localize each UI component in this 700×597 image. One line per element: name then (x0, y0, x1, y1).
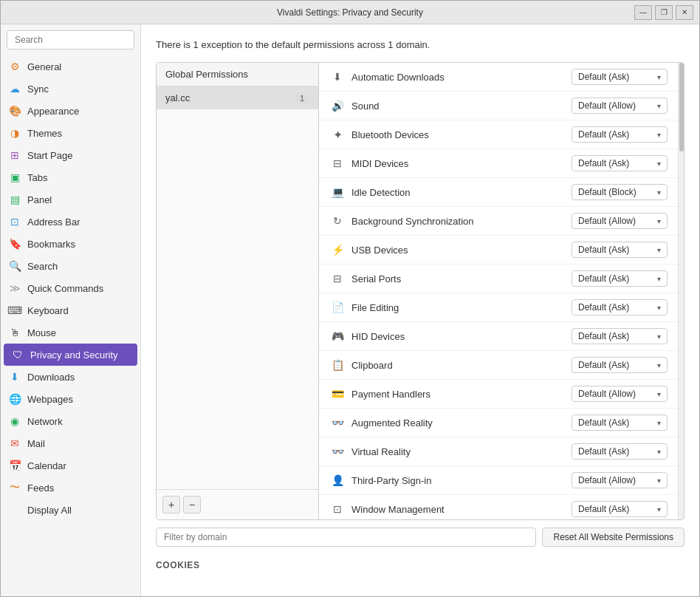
sidebar-item-downloads[interactable]: ⬇ Downloads (1, 366, 140, 388)
search-input[interactable] (7, 30, 134, 50)
perm-dropdown-idle-detection[interactable]: Default (Block) ▾ (572, 184, 668, 200)
perm-row-window-mgmt: ⊡ Window Management Default (Ask) ▾ (319, 495, 678, 519)
domain-list-header: Global Permissions (157, 63, 318, 86)
perm-dropdown-payment[interactable]: Default (Allow) ▾ (572, 386, 668, 402)
sidebar-item-panel[interactable]: ▤ Panel (1, 188, 140, 211)
perm-label-midi: MIDI Devices (351, 158, 572, 169)
sidebar-item-label: General (27, 61, 61, 72)
perm-row-hid: 🎮 HID Devices Default (Ask) ▾ (319, 322, 678, 351)
sidebar-item-sync[interactable]: ☁ Sync (1, 78, 140, 100)
perm-dropdown-clipboard[interactable]: Default (Ask) ▾ (572, 357, 668, 373)
sidebar-item-keyboard[interactable]: ⌨ Keyboard (1, 299, 140, 321)
ar-icon: 👓 (329, 417, 346, 429)
reset-permissions-button[interactable]: Reset All Website Permissions (542, 528, 684, 547)
perm-dropdown-bluetooth[interactable]: Default (Ask) ▾ (572, 126, 668, 143)
dropdown-arrow: ▾ (657, 477, 661, 485)
sidebar-item-label: Webpages (27, 394, 73, 405)
sidebar-item-webpages[interactable]: 🌐 Webpages (1, 388, 140, 410)
perm-row-ar: 👓 Augmented Reality Default (Ask) ▾ (319, 409, 678, 437)
perm-label-idle-detection: Idle Detection (351, 187, 572, 198)
perm-row-bluetooth: ✦ Bluetooth Devices Default (Ask) ▾ (319, 120, 678, 149)
dropdown-arrow: ▾ (657, 73, 661, 81)
dropdown-arrow: ▾ (657, 160, 661, 168)
perm-dropdown-midi[interactable]: Default (Ask) ▾ (572, 155, 668, 171)
sidebar-item-bookmarks[interactable]: 🔖 Bookmarks (1, 233, 140, 255)
address-bar-icon: ⊡ (8, 215, 21, 228)
sidebar-item-mouse[interactable]: 🖱 Mouse (1, 321, 140, 344)
quick-commands-icon: ≫ (8, 282, 21, 295)
sidebar-item-tabs[interactable]: ▣ Tabs (1, 166, 140, 188)
webpages-icon: 🌐 (8, 392, 21, 406)
permissions-panel: Global Permissions yal.cc 1 + − ⬇ (156, 62, 684, 520)
perm-dropdown-window-mgmt[interactable]: Default (Ask) ▾ (572, 501, 668, 517)
sidebar-item-label: Bookmarks (27, 239, 75, 250)
perm-dropdown-file-editing[interactable]: Default (Ask) ▾ (572, 299, 668, 315)
file-editing-icon: 📄 (329, 301, 346, 313)
display-all-icon (8, 503, 21, 516)
perm-dropdown-third-party-signin[interactable]: Default (Allow) ▾ (572, 472, 668, 488)
perm-dropdown-background-sync[interactable]: Default (Allow) ▾ (572, 213, 668, 229)
perm-dropdown-vr[interactable]: Default (Ask) ▾ (572, 443, 668, 460)
perm-dropdown-sound[interactable]: Default (Allow) ▾ (572, 98, 668, 114)
perm-label-third-party-signin: Third-Party Sign-in (351, 475, 572, 486)
sidebar-item-calendar[interactable]: 📅 Calendar (1, 454, 140, 477)
sidebar-item-label: Network (27, 416, 63, 427)
scrollbar-track[interactable] (678, 63, 684, 519)
perm-label-file-editing: File Editing (351, 302, 572, 313)
dropdown-arrow: ▾ (657, 188, 661, 197)
keyboard-icon: ⌨ (8, 304, 21, 317)
sidebar-item-feeds[interactable]: 〜 Feeds (1, 477, 140, 499)
perm-dropdown-auto-downloads[interactable]: Default (Ask) ▾ (572, 69, 668, 85)
sidebar-item-network[interactable]: ◉ Network (1, 410, 140, 432)
sidebar-item-privacy-security[interactable]: 🛡 Privacy and Security (4, 344, 137, 366)
perm-dropdown-usb[interactable]: Default (Ask) ▾ (572, 242, 668, 258)
sidebar-item-general[interactable]: ⚙ General (1, 55, 140, 78)
sidebar-item-search[interactable]: 🔍 Search (1, 255, 140, 277)
dropdown-arrow: ▾ (657, 332, 661, 341)
perm-row-sound: 🔊 Sound Default (Allow) ▾ (319, 92, 678, 120)
remove-domain-button[interactable]: − (183, 496, 201, 514)
perm-dropdown-ar[interactable]: Default (Ask) ▾ (572, 415, 668, 431)
perm-label-serial: Serial Ports (351, 273, 572, 284)
perm-row-idle-detection: 💻 Idle Detection Default (Block) ▾ (319, 178, 678, 207)
scrollbar-thumb[interactable] (679, 63, 684, 151)
perm-label-vr: Virtual Reality (351, 446, 572, 457)
window-title: Vivaldi Settings: Privacy and Security (277, 7, 423, 18)
sidebar-item-label: Start Page (27, 150, 72, 161)
sidebar-item-label: Search (27, 261, 58, 272)
dropdown-arrow: ▾ (657, 419, 661, 427)
dropdown-arrow: ▾ (657, 390, 661, 398)
maximize-button[interactable]: ❐ (655, 5, 673, 20)
perm-dropdown-serial[interactable]: Default (Ask) ▾ (572, 270, 668, 287)
filter-input[interactable] (156, 528, 536, 547)
main-layout: ⚙ General ☁ Sync 🎨 Appearance ◑ Themes ⊞… (1, 24, 699, 596)
sidebar-item-label: Mouse (27, 327, 56, 338)
minimize-button[interactable]: — (634, 5, 652, 20)
sidebar: ⚙ General ☁ Sync 🎨 Appearance ◑ Themes ⊞… (1, 24, 141, 596)
sidebar-item-appearance[interactable]: 🎨 Appearance (1, 100, 140, 122)
dropdown-arrow: ▾ (657, 275, 661, 283)
vr-icon: 👓 (329, 446, 346, 457)
sidebar-item-themes[interactable]: ◑ Themes (1, 122, 140, 144)
permissions-notice: There is 1 exception to the default perm… (156, 39, 684, 50)
perm-dropdown-hid[interactable]: Default (Ask) ▾ (572, 328, 668, 344)
sidebar-item-quick-commands[interactable]: ≫ Quick Commands (1, 277, 140, 299)
sound-icon: 🔊 (329, 100, 346, 112)
sidebar-item-mail[interactable]: ✉ Mail (1, 432, 140, 454)
sidebar-item-start-page[interactable]: ⊞ Start Page (1, 144, 140, 166)
sidebar-item-label: Quick Commands (27, 283, 103, 294)
dropdown-arrow: ▾ (657, 448, 661, 456)
sidebar-item-display-all[interactable]: Display All (1, 499, 140, 521)
feeds-icon: 〜 (8, 481, 21, 494)
sidebar-item-label: Themes (27, 128, 62, 139)
domain-item-yal[interactable]: yal.cc 1 (157, 86, 318, 109)
sidebar-item-address-bar[interactable]: ⊡ Address Bar (1, 211, 140, 233)
sidebar-item-label: Privacy and Security (30, 349, 118, 361)
add-domain-button[interactable]: + (162, 496, 180, 514)
midi-icon: ⊟ (329, 157, 346, 169)
bluetooth-icon: ✦ (329, 128, 346, 142)
content-area: There is 1 exception to the default perm… (141, 24, 699, 596)
close-button[interactable]: ✕ (676, 5, 693, 20)
perm-label-payment: Payment Handlers (351, 389, 572, 400)
themes-icon: ◑ (8, 126, 21, 140)
